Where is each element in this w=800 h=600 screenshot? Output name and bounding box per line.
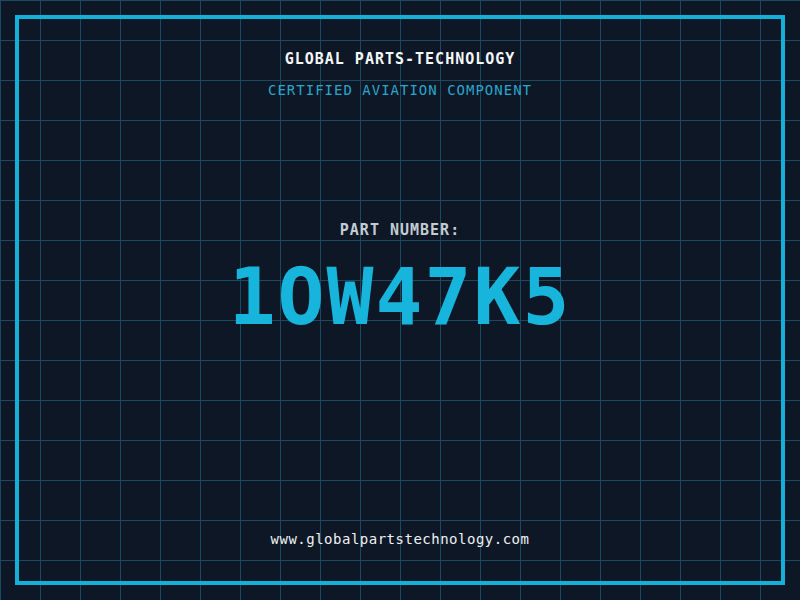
part-number-label: PART NUMBER: bbox=[0, 221, 800, 239]
company-name: GLOBAL PARTS-TECHNOLOGY bbox=[0, 50, 800, 68]
website-url: www.globalpartstechnology.com bbox=[0, 531, 800, 547]
part-certificate-label: GLOBAL PARTS-TECHNOLOGY CERTIFIED AVIATI… bbox=[0, 0, 800, 600]
certification-tagline: CERTIFIED AVIATION COMPONENT bbox=[0, 82, 800, 98]
part-number-value: 1OW47K5 bbox=[0, 258, 800, 336]
